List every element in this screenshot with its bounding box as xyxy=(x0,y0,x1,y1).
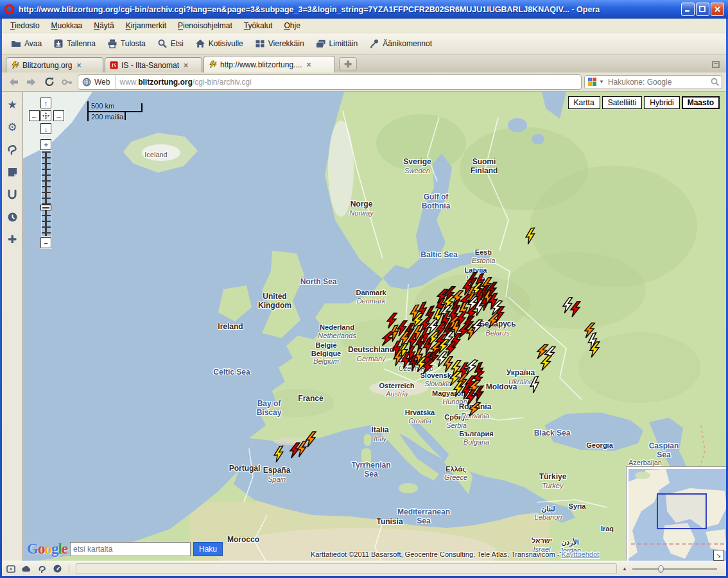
tile-windows-button[interactable]: Vierekkäin xyxy=(250,36,309,51)
forward-button[interactable] xyxy=(24,75,39,89)
reload-icon xyxy=(44,76,55,87)
opera-logo-icon xyxy=(4,4,15,15)
maximize-button[interactable] xyxy=(696,3,709,16)
cascade-windows-button[interactable]: Limittäin xyxy=(311,36,363,51)
back-button[interactable] xyxy=(6,75,21,89)
toggle-panels-button[interactable] xyxy=(6,565,16,574)
overview-equator-line xyxy=(631,543,724,545)
closed-tabs-icon xyxy=(711,60,720,69)
print-button[interactable]: Tulosta xyxy=(102,36,151,51)
map-type-hybridi[interactable]: Hybridi xyxy=(644,96,679,109)
overview-collapse-button[interactable]: ↘ xyxy=(713,550,724,561)
back-arrow-icon xyxy=(8,78,19,87)
map-search-button[interactable]: Haku xyxy=(193,542,223,556)
save-button[interactable]: Tallenna xyxy=(48,36,101,51)
page-zoom-control: ▲ xyxy=(622,566,722,572)
globe-icon xyxy=(82,78,91,87)
widgets-gear-icon[interactable]: ⚙ xyxy=(6,121,19,133)
overview-map[interactable]: ↘ xyxy=(627,467,726,561)
menu-ohje[interactable]: Ohje xyxy=(278,19,306,32)
home-icon xyxy=(195,38,205,49)
map-attribution: Karttatiedot ©2011 Basarsoft, Geocentre … xyxy=(280,550,630,558)
web-badge[interactable]: Web xyxy=(82,75,116,89)
google-logo: Google xyxy=(27,541,67,557)
tab-blitzortung-archiv[interactable]: http://www.blitzortung.... × xyxy=(204,56,335,72)
notes-icon[interactable] xyxy=(6,166,19,178)
menu-tiedosto[interactable]: Tiedosto xyxy=(4,19,46,32)
engine-dropdown-icon[interactable]: ▼ xyxy=(599,79,604,85)
lightning-favicon xyxy=(209,60,217,69)
panel-sidebar: ★ ⚙ ✚ xyxy=(2,92,23,561)
page-zoom-knob[interactable] xyxy=(658,565,664,573)
zoom-in-button[interactable]: ＋ xyxy=(40,139,51,150)
tab-blitzortung[interactable]: Blitzortung.org × xyxy=(6,57,103,72)
bookmarks-star-icon[interactable]: ★ xyxy=(6,98,19,111)
history-clock-icon[interactable] xyxy=(6,210,19,223)
menu-kirjanmerkit[interactable]: Kirjanmerkit xyxy=(120,19,172,32)
map-terrain xyxy=(23,92,726,561)
url-field[interactable]: Web www.blitzortung.org/cgi-bin/archiv.c… xyxy=(78,74,582,90)
window-title: http://www.blitzortung.org/cgi-bin/archi… xyxy=(19,5,676,14)
tab-ilta-sanomat[interactable]: IS IS - Ilta-Sanomat × xyxy=(105,57,202,72)
map-scale: 500 km 200 mailia xyxy=(87,101,146,122)
google-engine-icon xyxy=(588,78,596,86)
add-panel-icon[interactable]: ✚ xyxy=(6,233,19,246)
web-search-input[interactable] xyxy=(607,77,707,87)
zoom-slider-track[interactable] xyxy=(42,151,51,236)
map-type-kartta[interactable]: Kartta xyxy=(568,96,600,109)
transfers-icon[interactable] xyxy=(6,188,19,201)
menu-bar: Tiedosto Muokkaa Näytä Kirjanmerkit Pien… xyxy=(2,19,726,33)
map-canvas[interactable]: IcelandNorgeNorwaySverigeSwedenSuomi Fin… xyxy=(23,92,726,561)
map-type-satelliitti[interactable]: Satelliitti xyxy=(602,96,643,109)
closed-tabs-button[interactable] xyxy=(709,58,722,70)
statusbar-message-area xyxy=(76,563,617,574)
zoom-out-button[interactable]: − xyxy=(40,237,51,248)
opera-turbo-icon[interactable] xyxy=(52,565,62,574)
security-key-button[interactable] xyxy=(60,75,75,89)
menu-tyokalut[interactable]: Työkalut xyxy=(238,19,279,32)
cloud-sync-icon[interactable] xyxy=(21,565,31,574)
terms-link[interactable]: Käyttöehdot xyxy=(561,550,599,558)
pan-down-button[interactable]: ↓ xyxy=(40,123,51,134)
scale-km-label: 500 km xyxy=(91,102,114,110)
menu-pienoisohjelmat[interactable]: Pienoisohjelmat xyxy=(172,19,238,32)
status-bar: ▲ xyxy=(2,561,726,576)
overview-viewport-rect[interactable] xyxy=(657,493,707,529)
save-icon xyxy=(53,38,64,49)
pan-left-button[interactable]: ← xyxy=(29,110,40,121)
zoom-slider-handle[interactable] xyxy=(40,205,51,210)
close-button[interactable] xyxy=(711,3,724,16)
forward-arrow-icon xyxy=(26,78,37,87)
microphone-icon xyxy=(369,38,379,49)
new-tab-button[interactable]: ✚ xyxy=(339,57,357,71)
search-go-icon[interactable] xyxy=(710,77,720,87)
voice-commands-button[interactable]: Äänikomennot xyxy=(364,36,437,51)
map-search-input[interactable] xyxy=(70,542,191,556)
minimize-button[interactable] xyxy=(681,3,695,16)
home-button[interactable]: Kotisivulle xyxy=(190,36,248,51)
map-type-maasto[interactable]: Maasto xyxy=(682,96,720,109)
scale-miles-label: 200 mailia xyxy=(91,113,123,121)
printer-icon xyxy=(107,38,117,49)
lightning-favicon xyxy=(11,61,19,69)
unite-icon[interactable] xyxy=(6,143,19,156)
open-button[interactable]: Avaa xyxy=(6,36,47,51)
tab-close-icon[interactable]: × xyxy=(182,61,189,70)
tab-close-icon[interactable]: × xyxy=(75,61,82,70)
opera-link-icon[interactable] xyxy=(37,565,47,574)
pan-right-button[interactable]: → xyxy=(53,110,64,121)
pan-up-button[interactable]: ↑ xyxy=(40,98,51,108)
search-box[interactable]: ▼ xyxy=(584,75,722,89)
address-bar: Web www.blitzortung.org/cgi-bin/archiv.c… xyxy=(2,72,726,92)
key-icon xyxy=(62,78,73,86)
page-zoom-track[interactable] xyxy=(632,568,717,570)
find-button[interactable]: Etsi xyxy=(152,36,189,51)
search-icon xyxy=(157,38,168,49)
menu-muokkaa[interactable]: Muokkaa xyxy=(46,19,89,32)
pan-center-button[interactable] xyxy=(40,110,51,121)
reload-button[interactable] xyxy=(42,75,57,89)
menu-nayta[interactable]: Näytä xyxy=(88,19,119,32)
title-bar: http://www.blitzortung.org/cgi-bin/archi… xyxy=(0,0,728,19)
zoom-menu-arrow-icon[interactable]: ▲ xyxy=(622,566,627,572)
tab-close-icon[interactable]: × xyxy=(305,60,312,69)
